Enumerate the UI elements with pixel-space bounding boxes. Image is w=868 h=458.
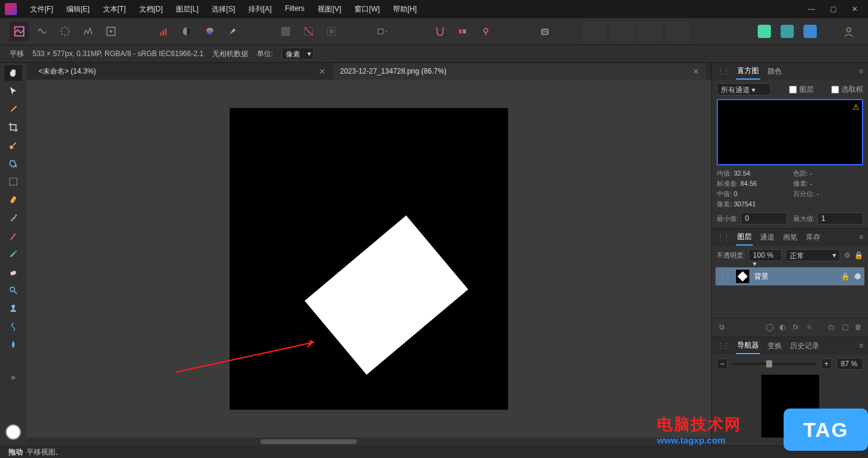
quickmask-icon[interactable]	[369, 22, 397, 41]
close-button[interactable]: ✕	[846, 3, 863, 15]
menu-arrange[interactable]: 排列[A]	[242, 1, 278, 18]
doc-tab-1[interactable]: <未命名> (14.3%) ✕	[31, 63, 333, 80]
persona-tonemap-icon[interactable]	[78, 22, 98, 41]
menu-select[interactable]: 选择[S]	[206, 1, 241, 18]
minimize-button[interactable]: —	[803, 3, 820, 15]
crop-tool-icon[interactable]	[4, 119, 22, 135]
panel-grip-icon[interactable]: ⋮⋮	[717, 233, 729, 241]
doc-tab-2-close-icon[interactable]: ✕	[693, 67, 699, 76]
horizontal-scrollbar[interactable]	[27, 437, 711, 446]
paint-mixer-tool-icon[interactable]	[4, 246, 22, 262]
tab-brushes[interactable]: 画笔	[782, 230, 799, 245]
autowhite-icon[interactable]	[223, 22, 242, 41]
tab-layers[interactable]: 图层	[736, 229, 753, 246]
deselect-icon[interactable]	[299, 22, 318, 41]
invert-selection-icon[interactable]	[322, 22, 341, 41]
menu-view[interactable]: 视图[V]	[312, 1, 347, 18]
max-value-input[interactable]: 1	[817, 212, 863, 224]
menu-layer[interactable]: 图层[L]	[170, 1, 204, 18]
zoom-value-input[interactable]: 87 %	[837, 358, 863, 370]
healing-brush-tool-icon[interactable]	[4, 192, 22, 208]
doc-tab-1-close-icon[interactable]: ✕	[319, 67, 326, 76]
menu-help[interactable]: 帮助[H]	[387, 1, 423, 18]
paint-brush-tool-icon[interactable]	[4, 228, 22, 244]
group-layers-icon[interactable]: 🗀	[827, 322, 837, 332]
zoom-slider[interactable]	[732, 363, 816, 365]
liquify-push-tool-icon[interactable]	[4, 319, 22, 334]
opacity-input[interactable]: 100 % ▾	[749, 249, 782, 261]
flood-select-tool-icon[interactable]	[4, 156, 22, 171]
fx-layer-icon[interactable]: fx	[791, 322, 800, 332]
autocontrast-icon[interactable]	[177, 22, 197, 41]
blendmode-select[interactable]: 正常 ▾	[785, 249, 840, 261]
link-app-2[interactable]	[778, 22, 797, 41]
delete-layer-icon[interactable]: 🗑	[854, 322, 863, 332]
snapping-icon[interactable]	[430, 22, 450, 41]
selection-brush-tool-icon[interactable]	[4, 138, 22, 153]
adjustment-layer-icon[interactable]: ◐	[778, 322, 787, 332]
menu-file[interactable]: 文件[F]	[24, 1, 59, 18]
color-picker-tool-icon[interactable]	[4, 101, 22, 117]
menu-filters[interactable]: Filters	[279, 1, 311, 18]
tab-color[interactable]: 颜色	[766, 64, 783, 79]
tab-channels[interactable]: 通道	[759, 230, 776, 245]
min-value-input[interactable]: 0	[741, 212, 787, 224]
marquee-tool-icon[interactable]	[4, 174, 22, 189]
robot-icon[interactable]	[535, 22, 555, 41]
tab-stock[interactable]: 库存	[805, 230, 822, 245]
persona-liquify-icon[interactable]	[33, 22, 52, 41]
persona-develop-icon[interactable]	[55, 22, 75, 41]
layer-fx-icon[interactable]: ⚙	[844, 251, 851, 259]
mask-layer-icon[interactable]: ◯	[764, 322, 774, 332]
add-layer-icon[interactable]: ▢	[840, 322, 850, 332]
zoom-out-button[interactable]: −	[717, 358, 728, 369]
autocolor-icon[interactable]	[200, 22, 219, 41]
live-filter-icon[interactable]: ⌗	[804, 322, 814, 332]
tab-navigator[interactable]: 导航器	[736, 338, 760, 354]
panel-menu-icon[interactable]: ≡	[859, 233, 863, 241]
move-tool-icon[interactable]	[4, 83, 22, 99]
tab-histogram[interactable]: 直方图	[736, 63, 760, 80]
account-icon[interactable]	[839, 22, 858, 41]
zoom-in-button[interactable]: +	[821, 358, 832, 369]
layer-lock-icon[interactable]: 🔒	[854, 251, 863, 259]
doc-tab-2[interactable]: 2023-12-27_134728.png (86.7%) ✕	[333, 63, 706, 80]
channel-select[interactable]: 所有通道 ▾	[717, 83, 771, 95]
panel-grip-icon[interactable]: ⋮⋮	[717, 67, 729, 75]
layer-row-background[interactable]: ⋮⋮ 背景 🔒	[715, 267, 864, 285]
link-app-3[interactable]	[800, 22, 820, 41]
panel-menu-icon[interactable]: ≡	[859, 342, 863, 350]
force-pixel-icon[interactable]	[453, 22, 473, 41]
menu-text[interactable]: 文本[T]	[97, 1, 132, 18]
layer-locked-icon[interactable]: 🔒	[841, 272, 850, 281]
scrollbar-thumb[interactable]	[260, 439, 357, 444]
persona-export-icon[interactable]	[101, 22, 121, 41]
panel-menu-icon[interactable]: ≡	[859, 67, 863, 75]
menu-document[interactable]: 文档[D]	[133, 1, 169, 18]
dodge-tool-icon[interactable]	[4, 282, 22, 298]
link-app-1[interactable]	[755, 22, 774, 41]
menu-window[interactable]: 窗口[W]	[348, 1, 386, 18]
layer-visible-icon[interactable]	[855, 273, 861, 279]
menu-edit[interactable]: 编辑[E]	[60, 1, 96, 18]
autolevels-icon[interactable]	[154, 22, 174, 41]
tab-transform[interactable]: 变换	[766, 339, 783, 354]
persona-photo-icon[interactable]	[10, 22, 29, 41]
eraser-tool-icon[interactable]	[4, 264, 22, 280]
maximize-button[interactable]: ▢	[825, 3, 841, 15]
more-tools-icon[interactable]: »	[4, 369, 22, 385]
navigator-preview[interactable]	[761, 375, 819, 437]
blur-tool-icon[interactable]	[4, 337, 22, 352]
panel-grip-icon[interactable]: ⋮⋮	[717, 342, 729, 350]
foreground-color-swatch[interactable]	[5, 424, 21, 440]
assistant-icon[interactable]	[476, 22, 495, 41]
stamp-tool-icon[interactable]	[4, 301, 22, 316]
tab-history[interactable]: 历史记录	[789, 339, 820, 354]
select-all-icon[interactable]	[276, 22, 295, 41]
merge-layers-icon[interactable]: ⧉	[717, 322, 726, 332]
clone-brush-tool-icon[interactable]	[4, 210, 22, 226]
canvas-area[interactable]	[27, 80, 711, 437]
unit-select[interactable]: 像素 ▾	[281, 48, 314, 60]
hand-tool-icon[interactable]	[4, 65, 22, 81]
marquee-checkbox[interactable]: 选取框	[831, 84, 863, 95]
